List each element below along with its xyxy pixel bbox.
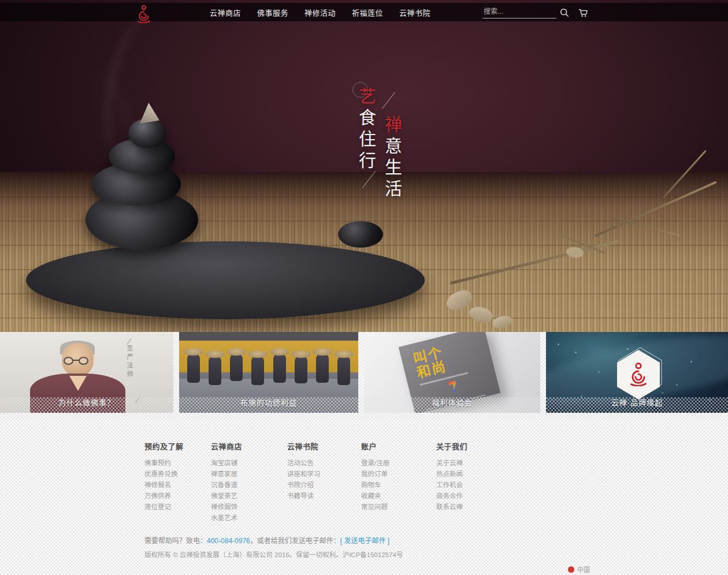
top-navbar: 云禅商店 佛事服务 禅修活动 祈福莲位 云禅书院	[0, 3, 728, 21]
hero-char: 意	[385, 135, 402, 156]
card-caption: 为什么做佛事？	[0, 397, 173, 408]
monk-silhouette	[187, 353, 200, 383]
footer-link[interactable]: 关于云禅	[436, 458, 511, 469]
monk-procession	[187, 353, 350, 383]
glasses-bridge	[73, 360, 79, 361]
hexagon-brand-badge	[613, 346, 664, 401]
footer-link[interactable]: 淘宝店铺	[211, 458, 287, 469]
card-caption: 布施的功德利益	[179, 397, 358, 408]
footer-link[interactable]: 联系云禅	[436, 502, 511, 513]
footer-link[interactable]: 沉香香道	[211, 480, 287, 491]
nav-item-academy[interactable]: 云禅书院	[399, 7, 430, 18]
hero-char: 行	[359, 150, 376, 171]
footer-link[interactable]: 佛事预约	[144, 458, 211, 469]
footer-link[interactable]: 工作机会	[436, 480, 511, 491]
zen-stone	[128, 118, 166, 148]
monk-silhouette	[209, 355, 221, 385]
brand-logo[interactable]	[136, 5, 152, 23]
decorative-slash	[127, 338, 131, 345]
phone-link[interactable]: 400-084-0976	[207, 537, 250, 545]
footer-link[interactable]: 莲位登记	[144, 502, 211, 513]
region-label: 中国	[577, 565, 590, 574]
card-side-label: 圣严法师	[125, 345, 134, 379]
card-caption: 云禅·品牌缘起	[546, 397, 728, 408]
footer-link[interactable]: 讲座和学习	[287, 469, 361, 480]
card-caption: 福利体验会	[364, 397, 540, 408]
card-experience-event[interactable]: 叫个 和尚 福利体验会	[364, 332, 540, 413]
hero-char: 禅	[385, 114, 402, 135]
footer-link[interactable]: 书籍导读	[287, 491, 361, 502]
monk-silhouette	[251, 355, 264, 385]
glasses-icon	[64, 357, 73, 365]
footer-column-title: 账户	[361, 440, 436, 451]
hero-vertical-text-right: 禅 意 生 活	[385, 114, 402, 199]
monk-silhouette	[316, 353, 329, 383]
footer-link[interactable]: 收藏夹	[361, 491, 436, 502]
footer-column-academy: 云禅书院 活动公告 讲座和学习 书院介绍 书籍导读	[287, 440, 361, 524]
nav-item-activities[interactable]: 禅修活动	[304, 7, 336, 18]
footer-column-booking: 预约及了解 佛事预约 优惠券兑换 禅修报名 万佛供养 莲位登记	[144, 440, 211, 524]
search-icon[interactable]	[559, 8, 570, 18]
footer-column-shop: 云禅商店 淘宝店铺 禅意家居 沉香香道 佛堂茶艺 禅修服饰 水墨艺术	[211, 440, 287, 524]
card-merit-of-giving[interactable]: 布施的功德利益	[179, 332, 358, 413]
hero-char: 生	[385, 156, 402, 178]
footer-column-title: 云禅书院	[287, 440, 361, 451]
footer-link[interactable]: 禅修报名	[144, 480, 211, 491]
nav-item-services[interactable]: 佛事服务	[257, 7, 288, 18]
card-brand-origin[interactable]: 云禅·品牌缘起	[546, 332, 728, 413]
hero-char: 活	[385, 178, 402, 199]
footer-link[interactable]: 商务合作	[436, 491, 511, 502]
footer-column-about: 关于我们 关于云禅 热点新闻 工作机会 商务合作 联系云禅	[436, 440, 511, 524]
copyright-text: 版权所有 © 云禅投资发展（上海）有限公司 2016。保留一切权利。沪ICP备1…	[144, 550, 403, 559]
glasses-icon	[79, 357, 88, 365]
search-input[interactable]	[482, 5, 556, 18]
brochure-logo-mark	[448, 380, 458, 394]
hero-banner: 艺 食 住 行 禅 意 生 活	[0, 0, 728, 332]
contact-prefix: 需要帮助吗？致电：	[144, 537, 207, 545]
footer-column-account: 账户 登录/注册 我的订单 购物车 收藏夹 常见问题	[361, 440, 436, 524]
city-lights	[558, 343, 559, 345]
main-menu: 云禅商店 佛事服务 禅修活动 祈福莲位 云禅书院	[210, 7, 430, 18]
footer-column-title: 预约及了解	[144, 440, 211, 451]
search-box	[482, 5, 556, 18]
card-why-buddhist-service[interactable]: 圣严法师 为什么做佛事？	[0, 332, 173, 413]
region-flag-icon	[568, 566, 574, 573]
footer-link[interactable]: 禅修服饰	[211, 502, 287, 513]
footer-link[interactable]: 水墨艺术	[211, 513, 287, 524]
nav-item-shop[interactable]: 云禅商店	[210, 7, 241, 18]
monk-silhouette	[295, 355, 307, 383]
cart-icon[interactable]	[578, 8, 588, 18]
footer-link[interactable]: 热点新闻	[436, 469, 511, 480]
stone-tray	[26, 241, 425, 319]
small-stone	[338, 221, 383, 248]
hero-char: 艺	[359, 85, 376, 107]
hero-char: 住	[359, 128, 376, 150]
monk-silhouette	[337, 355, 350, 385]
footer-link[interactable]: 我的订单	[361, 469, 436, 480]
footer-link[interactable]: 佛堂茶艺	[211, 491, 287, 502]
nav-item-blessing[interactable]: 祈福莲位	[352, 7, 383, 18]
footer-link[interactable]: 优惠券兑换	[144, 469, 211, 480]
send-email-link[interactable]: [ 发送电子邮件 ]	[340, 537, 389, 545]
footer-link-columns: 预约及了解 佛事预约 优惠券兑换 禅修报名 万佛供养 莲位登记 云禅商店 淘宝店…	[144, 440, 511, 524]
footer-link[interactable]: 购物车	[361, 480, 436, 491]
contact-line: 需要帮助吗？致电：400-084-0976，或者给我们发送电子邮件：[ 发送电子…	[144, 535, 389, 545]
contact-middle: ，或者给我们发送电子邮件：	[250, 537, 340, 545]
footer-column-title: 关于我们	[436, 440, 511, 451]
hero-vertical-text-left: 艺 食 住 行	[359, 85, 376, 171]
footer-link[interactable]: 书院介绍	[287, 480, 361, 491]
footer-link[interactable]: 活动公告	[287, 458, 361, 469]
monk-silhouette	[273, 353, 286, 383]
footer-link[interactable]: 常见问题	[361, 502, 436, 513]
hero-char: 食	[359, 107, 376, 128]
footer-link[interactable]: 禅意家居	[211, 469, 287, 480]
monk-silhouette	[230, 353, 243, 381]
footer-column-title: 云禅商店	[211, 440, 287, 451]
region-selector[interactable]: 中国	[568, 565, 590, 574]
footer-link[interactable]: 万佛供养	[144, 491, 211, 502]
footer-link[interactable]: 登录/注册	[361, 458, 436, 469]
feature-cards-row: 圣严法师 为什么做佛事？ 布施的功德利益 叫个 和尚 福利体验会	[0, 332, 728, 413]
